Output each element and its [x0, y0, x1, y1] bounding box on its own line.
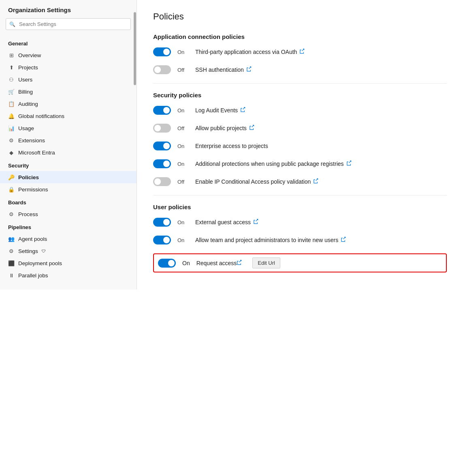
- sidebar-item-label-users: Users: [18, 77, 32, 83]
- sidebar-item-label-settings: Settings: [18, 248, 38, 254]
- policy-row-log-audit: OnLog Audit Events: [153, 106, 447, 115]
- toggle-ip-access[interactable]: [153, 177, 171, 186]
- users-icon: ⚇: [8, 76, 15, 83]
- toggle-external-guest[interactable]: [153, 218, 171, 227]
- sidebar-item-label-deployment-pools: Deployment pools: [18, 260, 62, 266]
- main-content: Policies Application connection policies…: [137, 0, 463, 476]
- sidebar-item-label-parallel-jobs: Parallel jobs: [18, 272, 48, 279]
- sidebar-item-billing[interactable]: 🛒Billing: [0, 86, 137, 98]
- sidebar-item-label-overview: Overview: [18, 52, 41, 58]
- policy-label-package-registries: Additional protections when using public…: [195, 161, 344, 167]
- deployment-pools-icon: ⬛: [8, 260, 15, 266]
- toggle-label-ssh: Off: [177, 67, 189, 73]
- policy-label-public-projects: Allow public projects: [195, 125, 247, 131]
- policy-text-request-access: Request access: [196, 260, 242, 266]
- sidebar-item-label-policies: Policies: [18, 174, 39, 180]
- search-box: 🔍: [6, 18, 131, 30]
- toggle-enterprise-access[interactable]: [153, 142, 171, 150]
- sidebar-item-global-notifications[interactable]: 🔔Global notifications: [0, 110, 137, 122]
- edit-url-button[interactable]: Edit Url: [252, 257, 280, 268]
- search-icon: 🔍: [9, 21, 15, 27]
- policy-row-external-guest: OnExternal guest access: [153, 218, 447, 227]
- policy-link-external-guest[interactable]: [253, 219, 258, 225]
- policy-label-external-guest: External guest access: [195, 219, 251, 225]
- sidebar-item-agent-pools[interactable]: 👥Agent pools: [0, 233, 137, 245]
- projects-icon: ⬆: [8, 64, 15, 71]
- policy-row-ip-access: OffEnable IP Conditional Access policy v…: [153, 177, 447, 186]
- section-title-application-connection-policies: Application connection policies: [153, 33, 447, 40]
- sidebar-item-users[interactable]: ⚇Users: [0, 73, 137, 86]
- sidebar-item-policies[interactable]: 🔑Policies: [0, 171, 137, 183]
- policy-link-request-access[interactable]: [237, 260, 242, 266]
- toggle-log-audit[interactable]: [153, 106, 171, 115]
- toggle-public-projects[interactable]: [153, 124, 171, 133]
- sidebar-item-overview[interactable]: ⊞Overview: [0, 49, 137, 61]
- sidebar-item-settings[interactable]: ⚙Settings🛡: [0, 245, 137, 257]
- sidebar-scrolltrack: [133, 0, 136, 476]
- sidebar-item-usage[interactable]: 📊Usage: [0, 122, 137, 134]
- settings-badge: 🛡: [42, 249, 46, 253]
- overview-icon: ⊞: [8, 52, 15, 58]
- toggle-oauth[interactable]: [153, 47, 171, 56]
- sidebar-title: Organization Settings: [0, 0, 137, 18]
- toggle-invite-users[interactable]: [153, 236, 171, 244]
- policy-link-ip-access[interactable]: [313, 178, 318, 185]
- toggle-label-invite-users: On: [177, 237, 189, 243]
- policies-icon: 🔑: [8, 174, 15, 180]
- sidebar-item-microsoft-entra[interactable]: ◆Microsoft Entra: [0, 146, 137, 159]
- sidebar-item-label-process: Process: [18, 211, 38, 217]
- settings-icon: ⚙: [8, 248, 15, 254]
- policy-text-external-guest: External guest access: [195, 219, 258, 225]
- policy-link-ssh[interactable]: [246, 66, 252, 73]
- divider-0: [153, 83, 447, 84]
- policy-text-log-audit: Log Audit Events: [195, 107, 245, 114]
- toggle-package-registries[interactable]: [153, 159, 171, 168]
- sidebar-item-label-microsoft-entra: Microsoft Entra: [18, 150, 55, 156]
- divider-1: [153, 195, 447, 195]
- policy-row-enterprise-access: OnEnterprise access to projects: [153, 142, 447, 150]
- sidebar-item-projects[interactable]: ⬆Projects: [0, 61, 137, 73]
- policy-row-oauth: OnThird-party application access via OAu…: [153, 47, 447, 56]
- policy-row-ssh: OffSSH authentication: [153, 65, 447, 74]
- microsoft-entra-icon: ◆: [8, 149, 15, 156]
- sidebar-scrollthumb[interactable]: [134, 12, 136, 85]
- policy-text-invite-users: Allow team and project administrators to…: [195, 237, 346, 243]
- sidebar-item-label-billing: Billing: [18, 89, 33, 95]
- sidebar-item-label-auditing: Auditing: [18, 101, 38, 107]
- policy-label-log-audit: Log Audit Events: [195, 107, 238, 114]
- toggle-label-log-audit: On: [177, 107, 189, 114]
- policy-link-public-projects[interactable]: [249, 125, 254, 131]
- search-input[interactable]: [6, 18, 131, 30]
- sidebar-item-parallel-jobs[interactable]: ⏸Parallel jobs: [0, 269, 137, 281]
- policy-link-package-registries[interactable]: [346, 161, 352, 167]
- section-title-security-policies: Security policies: [153, 92, 447, 99]
- policy-link-invite-users[interactable]: [341, 237, 346, 243]
- sidebar-item-process[interactable]: ⚙Process: [0, 208, 137, 220]
- toggle-ssh[interactable]: [153, 65, 171, 74]
- policy-row-package-registries: OnAdditional protections when using publ…: [153, 159, 447, 168]
- policy-text-enterprise-access: Enterprise access to projects: [195, 143, 268, 149]
- sidebar-item-extensions[interactable]: ⚙Extensions: [0, 134, 137, 146]
- sidebar-item-auditing[interactable]: 📋Auditing: [0, 98, 137, 110]
- sidebar-item-permissions[interactable]: 🔒Permissions: [0, 183, 137, 195]
- toggle-request-access[interactable]: [158, 259, 176, 268]
- policy-label-enterprise-access: Enterprise access to projects: [195, 143, 268, 149]
- toggle-label-request-access: On: [182, 260, 190, 266]
- usage-icon: 📊: [8, 125, 15, 131]
- policy-text-ssh: SSH authentication: [195, 66, 252, 73]
- sidebar-item-label-permissions: Permissions: [18, 187, 48, 193]
- toggle-label-external-guest: On: [177, 219, 189, 225]
- policy-row-public-projects: OffAllow public projects: [153, 124, 447, 133]
- sidebar-item-label-global-notifications: Global notifications: [18, 113, 64, 119]
- sidebar-section-security: Security: [0, 159, 137, 171]
- agent-pools-icon: 👥: [8, 236, 15, 242]
- sidebar-item-deployment-pools[interactable]: ⬛Deployment pools: [0, 257, 137, 269]
- billing-icon: 🛒: [8, 88, 15, 95]
- sidebar-item-label-agent-pools: Agent pools: [18, 236, 47, 242]
- policy-text-package-registries: Additional protections when using public…: [195, 161, 352, 167]
- policy-link-log-audit[interactable]: [240, 107, 245, 114]
- policy-link-oauth[interactable]: [299, 49, 305, 55]
- auditing-icon: 📋: [8, 101, 15, 107]
- policy-label-invite-users: Allow team and project administrators to…: [195, 237, 338, 243]
- policy-row-request-access: OnRequest accessEdit Url: [153, 253, 447, 272]
